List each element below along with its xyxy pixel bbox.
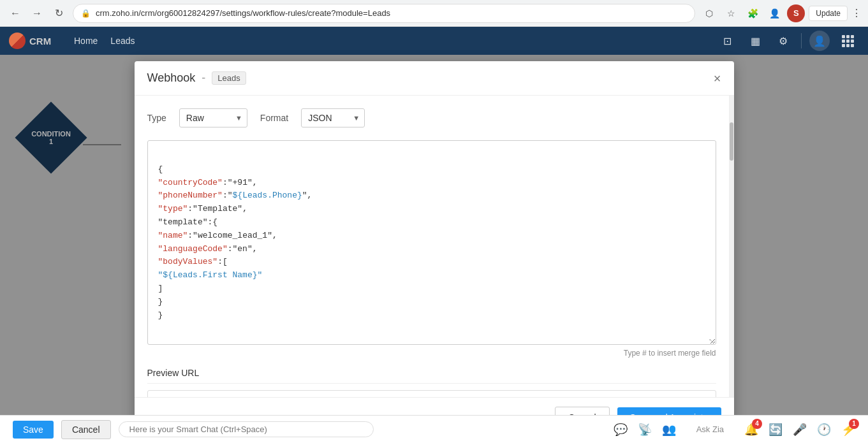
refresh-icon[interactable]: 🔄	[769, 423, 783, 437]
extensions2-button[interactable]: 🧩	[744, 4, 761, 22]
bottom-right-icons: 💬 📡 👥 Ask Zia 🔔 4 🔄 🎤 🕐 ⚡ 1	[614, 422, 855, 437]
forward-button[interactable]: →	[28, 4, 46, 22]
bottom-bar: Save Cancel 💬 📡 👥 Ask Zia 🔔 4 🔄 🎤 🕐	[0, 415, 868, 443]
bottom-cancel-button[interactable]: Cancel	[61, 420, 111, 439]
contacts-icon[interactable]: 👥	[662, 423, 676, 437]
nav-right: ⊡ ▦ ⚙ 👤	[717, 31, 858, 51]
alert-count: 1	[849, 419, 859, 429]
modal-body: Type Raw Form Data ▼ Format	[135, 96, 729, 397]
type-label: Type	[147, 113, 166, 123]
profile-avatar[interactable]: S	[787, 4, 805, 22]
update-button[interactable]: Update	[809, 6, 848, 21]
merge-hint: Type # to insert merge field	[147, 349, 716, 358]
format-select[interactable]: JSON XML	[301, 108, 365, 127]
calendar-icon[interactable]: ▦	[745, 31, 765, 51]
app-logo: CRM	[0, 27, 64, 55]
header-bar: Home Leads ⊡ ▦ ⚙ 👤	[64, 27, 868, 55]
nav-leads[interactable]: Leads	[110, 33, 135, 48]
crm-label: CRM	[29, 36, 51, 47]
refresh-button[interactable]: ↻	[50, 4, 68, 22]
notification-count: 4	[752, 419, 762, 429]
modal-badge: Leads	[212, 71, 246, 85]
alert-badge[interactable]: ⚡ 1	[841, 423, 855, 437]
lock-icon: 🔒	[81, 9, 91, 18]
modal-scrollbar[interactable]	[729, 96, 734, 397]
modal-close-button[interactable]: ×	[714, 72, 721, 85]
clock-icon[interactable]: 🕐	[817, 423, 831, 437]
modal-overlay: Webhook - Leads × Type	[0, 55, 868, 443]
modal-title: Webhook	[147, 71, 196, 85]
channels-icon[interactable]: 📡	[638, 423, 652, 437]
type-select-wrapper: Raw Form Data ▼	[179, 108, 247, 127]
preview-url-display: https://api.interakt.ai/v1/public/messag…	[147, 390, 716, 397]
menu-dots[interactable]: ⋮	[851, 7, 862, 19]
ask-zia-label[interactable]: Ask Zia	[686, 422, 734, 437]
logo-icon	[9, 33, 26, 49]
browser-nav: ← → ↻	[6, 4, 68, 22]
modal-body-wrapper: Type Raw Form Data ▼ Format	[135, 96, 734, 397]
browser-actions: ⬡ ☆ 🧩 👤 S Update ⋮	[700, 4, 862, 22]
url-text: crm.zoho.in/crm/org60012824297/settings/…	[96, 8, 390, 18]
browser-bar: ← → ↻ 🔒 crm.zoho.in/crm/org60012824297/s…	[0, 0, 868, 27]
bottom-save-button[interactable]: Save	[13, 421, 54, 439]
modal-header: Webhook - Leads ×	[135, 61, 734, 96]
app-container: CRM Home Leads ⊡ ▦ ⚙ 👤	[0, 27, 868, 443]
extensions-button[interactable]: ⬡	[700, 4, 718, 22]
chat-icon[interactable]: 💬	[614, 423, 628, 437]
modal-dash: -	[202, 71, 205, 85]
preview-url-label: Preview URL	[147, 368, 716, 384]
main-area: CRM Home Leads ⊡ ▦ ⚙ 👤	[0, 27, 868, 443]
apps-grid	[842, 35, 854, 47]
code-editor[interactable]: { "countryCode":"+91", "phoneNumber":"${…	[147, 140, 716, 345]
webhook-modal: Webhook - Leads × Type	[135, 61, 734, 437]
notification-badge[interactable]: 🔔 4	[744, 423, 758, 437]
modal-scrollbar-thumb	[730, 122, 733, 161]
settings-icon[interactable]: ⚙	[773, 31, 793, 51]
divider	[801, 33, 802, 48]
view-toggle-icon[interactable]: ⊡	[717, 31, 737, 51]
avatar-icon[interactable]: 👤	[809, 31, 830, 51]
code-editor-container: { "countryCode":"+91", "phoneNumber":"${…	[147, 140, 716, 345]
grid-apps-icon[interactable]	[837, 31, 858, 51]
type-format-row: Type Raw Form Data ▼ Format	[147, 108, 716, 127]
format-select-wrapper: JSON XML ▼	[301, 108, 365, 127]
app-header: CRM Home Leads ⊡ ▦ ⚙ 👤	[0, 27, 868, 55]
back-button[interactable]: ←	[6, 4, 24, 22]
address-bar[interactable]: 🔒 crm.zoho.in/crm/org60012824297/setting…	[73, 4, 695, 23]
type-select[interactable]: Raw Form Data	[179, 108, 247, 127]
bookmark-button[interactable]: ☆	[722, 4, 740, 22]
nav-home[interactable]: Home	[74, 33, 98, 48]
smart-chat-input[interactable]	[119, 421, 374, 437]
profile-icon-button[interactable]: 👤	[765, 4, 783, 22]
mic-icon[interactable]: 🎤	[793, 423, 807, 437]
format-label: Format	[260, 113, 288, 123]
workflow-area: CONDITION 1 Webhook - Leads ×	[0, 55, 868, 443]
resize-handle[interactable]: ⤡	[709, 337, 715, 344]
